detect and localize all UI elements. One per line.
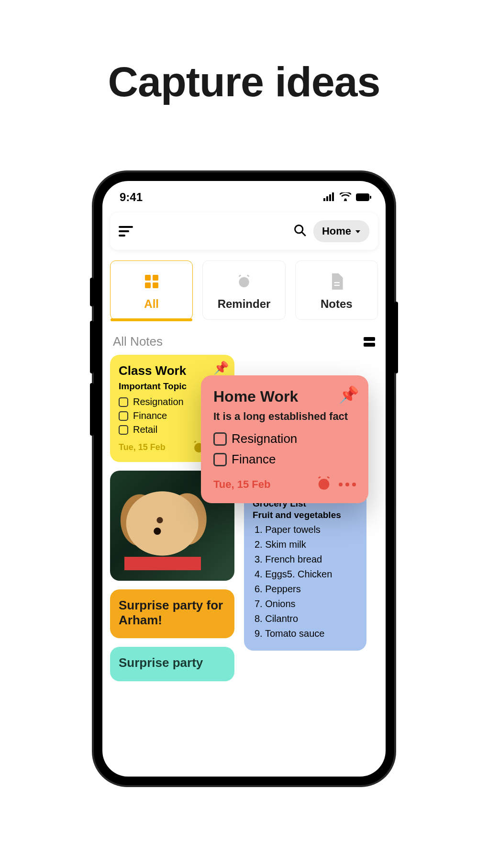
svg-line-8 — [301, 232, 305, 236]
search-icon[interactable] — [293, 224, 307, 239]
pin-icon: 📌 — [339, 385, 359, 404]
note-subtitle: It is a long established fact — [213, 410, 356, 423]
phone-side-button — [90, 383, 94, 436]
svg-point-4 — [344, 199, 347, 201]
checkbox-icon — [119, 397, 128, 407]
phone-side-button — [90, 321, 94, 373]
phone-side-button — [90, 278, 94, 306]
alarm-icon — [316, 475, 332, 494]
list-item: 4. Eggs5. Chicken — [255, 569, 358, 580]
tab-reminder[interactable]: Reminder — [202, 260, 285, 320]
checklist-item[interactable]: Finance — [213, 452, 356, 467]
list-item: 9. Tomato sauce — [255, 628, 358, 639]
svg-rect-1 — [326, 196, 328, 201]
note-card-surprise2[interactable]: Surprise party — [110, 647, 234, 681]
tab-label: Reminder — [206, 297, 282, 311]
signal-icon — [323, 191, 335, 204]
svg-rect-10 — [334, 282, 340, 283]
svg-point-7 — [295, 225, 302, 233]
svg-rect-6 — [370, 196, 371, 199]
note-card-homework[interactable]: 📌 Home Work It is a long established fac… — [201, 375, 368, 503]
list-item: 6. Peppers — [255, 584, 358, 595]
tab-label: All — [113, 297, 189, 311]
chevron-down-icon — [355, 225, 361, 237]
file-icon — [299, 272, 375, 291]
phone-side-button — [394, 302, 398, 373]
svg-rect-0 — [323, 198, 325, 201]
pin-icon: 📌 — [213, 361, 229, 375]
list-item: 8. Cilantro — [255, 613, 358, 624]
checkbox-icon — [119, 411, 128, 421]
checkbox-icon — [213, 453, 227, 466]
tab-notes[interactable]: Notes — [295, 260, 378, 320]
svg-rect-2 — [329, 194, 331, 201]
notes-grid: 📌 Class Work Important Topic Resignation… — [102, 355, 386, 362]
wifi-icon — [340, 191, 351, 204]
section-title: All Notes — [113, 334, 163, 349]
list-item: 7. Onions — [255, 598, 358, 609]
svg-rect-11 — [334, 285, 340, 286]
status-time: 9:41 — [120, 191, 143, 204]
note-subtitle: Fruit and vegetables — [253, 510, 358, 520]
note-date: Tue, 15 Feb — [119, 442, 186, 452]
tab-label: Notes — [299, 297, 375, 311]
list-item: 3. French bread — [255, 554, 358, 565]
tab-all[interactable]: All — [110, 260, 193, 320]
checkbox-icon — [119, 425, 128, 435]
folder-selector[interactable]: Home — [313, 220, 369, 242]
svg-rect-3 — [332, 192, 334, 201]
hero-title: Capture ideas — [0, 57, 488, 106]
list-item: 2. Skim milk — [255, 539, 358, 550]
note-card-surprise[interactable]: Surprise party for Arham! — [110, 589, 234, 638]
category-tabs: All Reminder Notes — [102, 250, 386, 320]
grid-icon — [145, 275, 158, 288]
folder-label: Home — [322, 225, 351, 237]
menu-icon[interactable] — [119, 226, 133, 237]
layout-toggle-icon[interactable] — [364, 337, 375, 347]
note-title: Surprise party for Arham! — [119, 598, 226, 628]
svg-point-13 — [319, 479, 330, 490]
alarm-icon — [206, 272, 282, 291]
note-title: Surprise party — [119, 655, 226, 670]
svg-point-9 — [239, 277, 249, 287]
svg-rect-5 — [356, 193, 369, 201]
note-title: Home Work — [213, 388, 356, 406]
checkbox-icon — [213, 432, 227, 446]
checklist-item[interactable]: Resignation — [213, 431, 356, 446]
note-card-grocery[interactable]: Grocery List Fruit and vegetables 1. Pap… — [244, 489, 366, 651]
note-date: Tue, 15 Feb — [213, 478, 309, 491]
status-bar: 9:41 — [102, 181, 386, 208]
list-item: 1. Paper towels — [255, 524, 358, 535]
more-icon[interactable] — [339, 483, 356, 486]
battery-icon — [356, 191, 371, 204]
top-bar: Home — [110, 213, 378, 250]
